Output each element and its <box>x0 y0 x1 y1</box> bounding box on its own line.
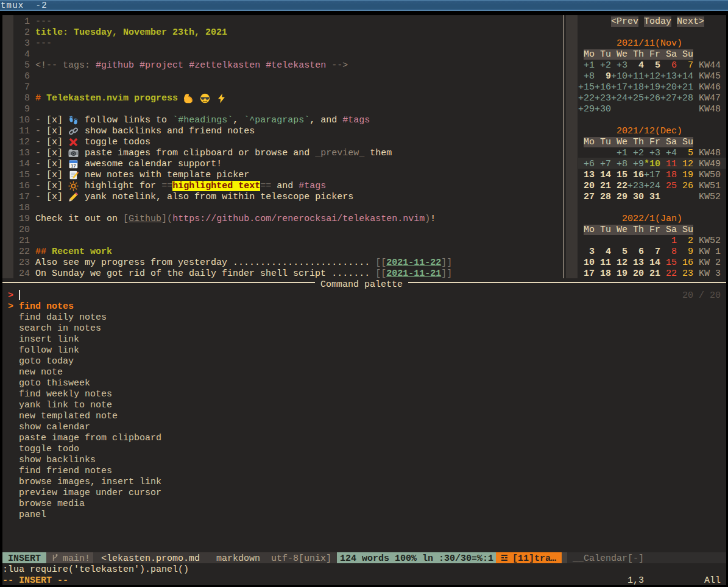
svg-text:17: 17 <box>71 163 76 169</box>
